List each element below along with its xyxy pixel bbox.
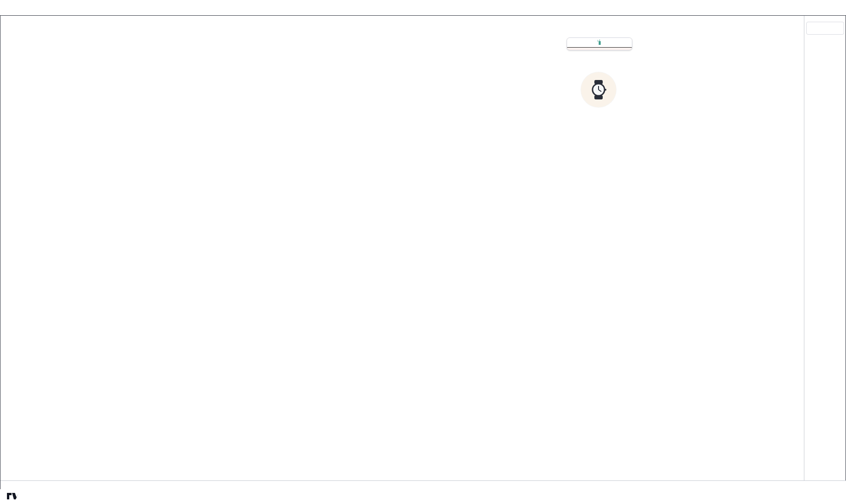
statue-of-liberty-icon [597,39,602,45]
tradingview-mark-icon [6,491,19,502]
chart-plot-area[interactable] [0,16,804,480]
currency-chip[interactable] [806,22,844,35]
tradingview-snapshot: { "topbar": { "author": "MrTobiasRieper"… [0,0,846,504]
session-annotation[interactable] [567,37,632,50]
footer-strip [0,489,846,504]
publish-info-bar [0,0,846,15]
price-axis[interactable] [804,16,846,480]
chart-widget [0,15,846,489]
clock-icon[interactable] [581,72,616,107]
tradingview-logo[interactable] [6,491,22,502]
time-axis[interactable] [0,480,846,489]
main-chart-svg[interactable] [0,16,804,480]
session-body [567,48,632,50]
session-title-row [567,38,632,48]
